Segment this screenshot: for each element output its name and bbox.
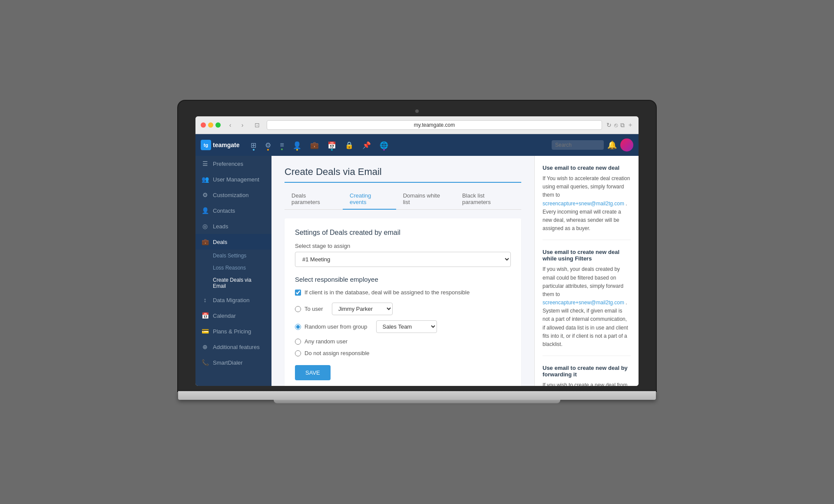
help-section-filters: Use email to create new deal while using… bbox=[543, 249, 631, 356]
close-button[interactable] bbox=[201, 122, 206, 128]
checkbox-row: If client is in the database, deal will … bbox=[295, 289, 511, 296]
help-text-create-deal: If You wish to accelerate deal creation … bbox=[543, 175, 631, 233]
nav-icon-settings[interactable]: ⚙ bbox=[262, 138, 274, 152]
additional-features-icon: ⊕ bbox=[202, 343, 208, 350]
content-area: Create Deals via Email Deals parameters … bbox=[271, 156, 639, 386]
avatar[interactable] bbox=[620, 138, 633, 152]
form-card: Settings of Deals created by email Selec… bbox=[285, 218, 521, 386]
help-section-forward: Use email to create new deal by forwardi… bbox=[543, 365, 631, 386]
email-link-0[interactable]: screencapture+snew@mail2tg.com bbox=[543, 201, 624, 207]
nav-icon-globe[interactable]: 🌐 bbox=[377, 138, 391, 152]
customization-icon: ⚙ bbox=[202, 191, 208, 198]
tab-domains-white-list[interactable]: Domains white list bbox=[396, 189, 455, 210]
plans-pricing-icon: 💳 bbox=[202, 328, 208, 335]
sidebar-item-label-customization: Customization bbox=[213, 192, 248, 198]
sidebar-item-label-smartdialer: SmartDialer bbox=[213, 359, 243, 366]
client-checkbox[interactable] bbox=[295, 290, 301, 296]
nav-icon-calendar[interactable]: 📅 bbox=[325, 138, 339, 152]
duplicate-button[interactable]: ⧉ bbox=[620, 122, 625, 129]
sidebar-item-user-management[interactable]: 👥 User Management bbox=[195, 171, 271, 187]
nav-icon-dashboard[interactable]: ⊞ bbox=[248, 138, 259, 152]
tab-creating-events[interactable]: Creating events bbox=[343, 189, 396, 210]
sidebar-sub-item-deals-settings[interactable]: Deals Settings bbox=[195, 250, 271, 262]
email-link-1[interactable]: screencapture+snew@mail2tg.com bbox=[543, 300, 624, 306]
page-title: Create Deals via Email bbox=[285, 166, 521, 183]
brand-name: teamgate bbox=[213, 142, 239, 148]
radio-label-random-group: Random user from group bbox=[304, 323, 367, 330]
radio-to-user[interactable] bbox=[295, 306, 301, 312]
leads-icon: ◎ bbox=[202, 223, 208, 230]
traffic-lights bbox=[201, 122, 221, 128]
minimize-button[interactable] bbox=[208, 122, 213, 128]
sidebar-item-leads[interactable]: ◎ Leads bbox=[195, 218, 271, 234]
sidebar-item-data-migration[interactable]: ↕ Data Migration bbox=[195, 292, 271, 308]
nav-icon-deals[interactable]: 💼 bbox=[308, 138, 321, 152]
smartdialer-icon: 📞 bbox=[202, 359, 208, 366]
sidebar-item-additional-features[interactable]: ⊕ Additional features bbox=[195, 339, 271, 355]
preferences-icon: ☰ bbox=[202, 160, 208, 167]
sidebar-sub-item-loss-reasons[interactable]: Loss Reasons bbox=[195, 262, 271, 274]
sidebar-item-preferences[interactable]: ☰ Preferences bbox=[195, 156, 271, 171]
maximize-button[interactable] bbox=[215, 122, 221, 128]
help-title-forward: Use email to create new deal by forwardi… bbox=[543, 365, 631, 378]
forward-button[interactable]: › bbox=[237, 120, 248, 130]
content-main: Create Deals via Email Deals parameters … bbox=[271, 156, 534, 386]
stage-select[interactable]: #1 Meeting #2 Proposal #3 Negotiation #4… bbox=[295, 252, 511, 267]
user-select[interactable]: Jimmy Parker bbox=[332, 303, 393, 315]
stage-form-group: Select stage to assign #1 Meeting #2 Pro… bbox=[295, 243, 511, 267]
top-nav-right: 🔔 bbox=[607, 138, 633, 152]
share-button[interactable]: ⎋ bbox=[614, 122, 618, 128]
help-title-filters: Use email to create new deal while using… bbox=[543, 249, 631, 262]
sidebar-item-label-contacts: Contacts bbox=[213, 208, 235, 214]
radio-label-to-user: To user bbox=[304, 306, 323, 312]
settings-section-title: Settings of Deals created by email bbox=[295, 229, 511, 237]
sidebar-item-plans-pricing[interactable]: 💳 Plans & Pricing bbox=[195, 323, 271, 339]
calendar-icon: 📅 bbox=[202, 312, 208, 319]
search-input[interactable] bbox=[552, 140, 604, 150]
nav-icon-list[interactable]: ≡ bbox=[277, 138, 286, 152]
sidebar-item-calendar[interactable]: 📅 Calendar bbox=[195, 308, 271, 323]
sidebar-item-deals[interactable]: 💼 Deals bbox=[195, 234, 271, 250]
radio-any-random[interactable] bbox=[295, 339, 301, 345]
sidebar-item-contacts[interactable]: 👤 Contacts bbox=[195, 203, 271, 218]
stage-label: Select stage to assign bbox=[295, 243, 511, 249]
sidebar-item-customization[interactable]: ⚙ Customization bbox=[195, 187, 271, 203]
tab-deals-parameters[interactable]: Deals parameters bbox=[285, 189, 343, 210]
nav-icon-lock[interactable]: 🔒 bbox=[342, 138, 356, 152]
help-text-filters: If you wish, your deals created by email… bbox=[543, 265, 631, 349]
address-bar[interactable]: my.teamgate.com bbox=[267, 120, 602, 130]
sidebar-item-label-user-management: User Management bbox=[213, 176, 259, 183]
nav-icon-pin[interactable]: 📌 bbox=[360, 138, 374, 152]
help-section-create-deal: Use email to create new deal If You wish… bbox=[543, 165, 631, 240]
user-management-icon: 👥 bbox=[202, 176, 208, 183]
sidebar-item-label-deals: Deals bbox=[213, 239, 227, 245]
radio-row-any-random: Any random user bbox=[295, 338, 511, 345]
sidebar: ☰ Preferences 👥 User Management ⚙ Custom… bbox=[195, 156, 271, 386]
radio-group: To user Jimmy Parker Random user from gr… bbox=[295, 303, 511, 356]
add-tab-button[interactable]: ＋ bbox=[627, 121, 633, 129]
back-button[interactable]: ‹ bbox=[225, 120, 235, 130]
reload-button[interactable]: ↻ bbox=[606, 122, 612, 128]
browser-actions: ↻ ⎋ ⧉ ＋ bbox=[606, 121, 633, 129]
sidebar-sub-item-create-deals-via-email[interactable]: Create Deals via Email bbox=[195, 274, 271, 292]
data-migration-icon: ↕ bbox=[202, 296, 208, 303]
top-navigation: tg teamgate ⊞ ⚙ ≡ 👤 💼 📅 🔒 📌 🌐 🔔 bbox=[195, 134, 639, 156]
tab-view-button[interactable]: ⊡ bbox=[252, 120, 262, 130]
sidebar-item-smartdialer[interactable]: 📞 SmartDialer bbox=[195, 355, 271, 370]
brand-logo[interactable]: tg teamgate bbox=[201, 140, 239, 150]
deals-icon: 💼 bbox=[202, 238, 208, 245]
group-select[interactable]: Sales Team bbox=[376, 320, 437, 333]
browser-chrome: ‹ › ⊡ my.teamgate.com ↻ ⎋ ⧉ ＋ bbox=[195, 116, 639, 134]
responsible-section-title: Select responsible employee bbox=[295, 276, 511, 283]
radio-random-group[interactable] bbox=[295, 324, 301, 330]
tab-black-list-parameters[interactable]: Black list parameters bbox=[455, 189, 521, 210]
radio-label-do-not-assign: Do not assign responsible bbox=[304, 350, 370, 356]
notification-icon[interactable]: 🔔 bbox=[607, 140, 617, 150]
save-button[interactable]: SAVE bbox=[295, 365, 331, 380]
nav-icon-contacts[interactable]: 👤 bbox=[290, 138, 304, 152]
sidebar-item-label-preferences: Preferences bbox=[213, 161, 243, 167]
help-text-forward: If you wish to create a new deal from a … bbox=[543, 381, 631, 386]
radio-do-not-assign[interactable] bbox=[295, 350, 301, 356]
radio-label-any-random: Any random user bbox=[304, 338, 348, 345]
app-container: tg teamgate ⊞ ⚙ ≡ 👤 💼 📅 🔒 📌 🌐 🔔 bbox=[195, 134, 639, 386]
